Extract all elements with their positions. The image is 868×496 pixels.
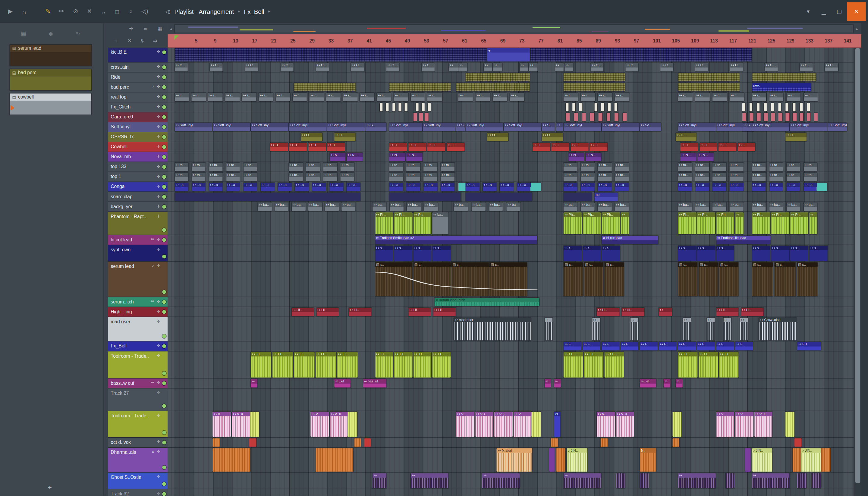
clip[interactable]: ↦ Ph.. [563, 213, 582, 234]
clip[interactable]: ↦ Soft..inyl [389, 123, 422, 131]
clip[interactable]: ↦ ..a [441, 183, 455, 191]
clip[interactable]: ↦ to.. [598, 163, 612, 171]
clip[interactable]: ↦ Ph.. [678, 213, 696, 234]
track-lane[interactable]: ∞ Endless Smile lead #2∞ hi cut lead∞ En… [168, 235, 854, 245]
clip[interactable] [757, 113, 760, 121]
clip[interactable]: ↦ to.. [226, 163, 240, 171]
clip[interactable]: ↦ S.. [542, 123, 555, 131]
clip[interactable] [405, 103, 407, 111]
mute-led[interactable] [162, 238, 166, 242]
clip[interactable]: ↦ to.. [289, 163, 303, 171]
clip[interactable]: ↦ to.. [341, 163, 354, 171]
track-lane[interactable]: ∞ serum lead Pitch [168, 297, 854, 307]
clip[interactable]: N.. [640, 448, 656, 471]
clip[interactable] [425, 113, 428, 121]
clip[interactable]: ♪ JIN.. [752, 448, 773, 471]
clip[interactable] [800, 113, 804, 121]
clip[interactable]: ▤ s.. [375, 262, 412, 296]
clip[interactable]: ↦ V... [735, 412, 754, 437]
clip[interactable]: ↦ to.. [712, 173, 726, 181]
clip[interactable]: ↦ to.. [174, 173, 188, 181]
clip[interactable]: ↦ Ph.. [752, 213, 770, 234]
clip[interactable]: ↦ N... [569, 153, 584, 161]
link-icon[interactable]: ∞ [142, 25, 150, 33]
clip[interactable]: ∞ serum lead Pitch [435, 298, 539, 306]
clip[interactable]: ↦ to.. [615, 163, 629, 171]
clip[interactable] [771, 103, 774, 111]
clip[interactable] [793, 113, 796, 121]
clip[interactable] [595, 103, 598, 111]
clip[interactable]: ↦ C... [386, 63, 399, 72]
pan-icon[interactable]: ✛ [156, 309, 160, 314]
clip[interactable]: ↦ s.. [583, 246, 601, 261]
clip[interactable]: ↦ to.. [695, 173, 709, 181]
clip[interactable]: ↦ [621, 213, 629, 234]
clip[interactable]: ∞ Endless..ile lead [716, 236, 770, 244]
track-lane[interactable]: ↦ to..↦ to..↦ to..↦ to..↦ to..↦ to..↦ to… [168, 162, 854, 172]
clip[interactable]: ↦ TT.. [719, 352, 739, 377]
pan-icon[interactable]: ✛ [156, 263, 160, 268]
track-lane[interactable]: ↦ V...↦ V..X↦ V...↦ V..X↦ V...↦ V..i↦ V.… [168, 411, 854, 438]
clip[interactable] [601, 103, 604, 111]
clip[interactable]: ↦ F.. [563, 342, 581, 351]
pan-icon[interactable]: ✛ [156, 299, 160, 304]
track-header[interactable]: Cowbell✛ [108, 142, 168, 152]
clip[interactable]: ↦ C... [825, 63, 838, 72]
pan-icon[interactable]: ✛ [156, 49, 160, 54]
clip[interactable]: ∞ hi cut lead [602, 236, 658, 244]
clip[interactable]: ↦ to.. [243, 163, 257, 171]
track-header[interactable]: kic..B E✛ [108, 48, 168, 63]
track-badge-icon[interactable]: ∞ [151, 380, 154, 384]
clip[interactable] [354, 438, 361, 447]
pan-icon[interactable]: ✛ [156, 84, 160, 89]
clip[interactable]: ↦ r.. [393, 93, 408, 102]
clip[interactable]: ↦ ..a [389, 183, 403, 191]
clip[interactable] [598, 113, 602, 121]
clip[interactable] [530, 183, 541, 191]
clip[interactable]: ↦ to.. [192, 163, 205, 171]
clip[interactable]: ↦ to.. [209, 163, 223, 171]
clip[interactable]: ↦ to.. [769, 163, 783, 171]
clip[interactable]: ↦ V..X [232, 412, 250, 437]
clip[interactable]: ↦ So.. [640, 123, 661, 131]
clip[interactable]: ↦ Ph.. [375, 213, 393, 234]
clip[interactable] [348, 412, 357, 437]
clip[interactable]: ↦ F.. [735, 342, 753, 351]
clip[interactable]: ↦ C... [210, 63, 223, 72]
track-lane[interactable]: ↦ s..↦ s..↦ s..↦ s..↦ s..↦ s..↦ s..↦ s..… [168, 245, 854, 262]
clip[interactable] [422, 103, 425, 111]
clip[interactable]: ↦ [683, 317, 691, 340]
pattern-card-header[interactable]: ▤serum lead [10, 45, 91, 52]
clip[interactable]: ∞ ..el [640, 379, 656, 388]
clip[interactable]: ↦ r.. [259, 93, 273, 102]
clip[interactable]: ↦ V... [514, 412, 532, 437]
track-badge-icon[interactable]: ♪ [152, 263, 154, 267]
clip[interactable]: ↦ F.. [697, 342, 715, 351]
clip[interactable]: ↦ ba.. [471, 202, 485, 211]
mute-led[interactable] [162, 135, 166, 139]
clip[interactable]: ↦ to.. [306, 163, 320, 171]
mute-led[interactable] [162, 431, 166, 435]
clip[interactable]: ↦ [556, 123, 563, 131]
clip[interactable]: ↦ Ph.. [583, 213, 601, 234]
clip[interactable]: ↦ F.. [678, 342, 696, 351]
pattern-card[interactable]: ▤serum lead [10, 45, 91, 66]
zoom-icon[interactable]: ⌕ [125, 5, 137, 17]
clip[interactable]: ↦ s.. [602, 246, 620, 261]
pan-icon[interactable]: ✛ [156, 204, 160, 209]
clip[interactable] [745, 448, 750, 471]
clip[interactable]: ↦ to.. [406, 173, 420, 181]
clip[interactable]: ↦ ..l [532, 143, 550, 151]
clip[interactable]: ↦ ..a [312, 183, 326, 191]
pan-icon[interactable]: ✛ [156, 380, 160, 385]
clip[interactable]: ↦ to.. [389, 173, 403, 181]
pan-icon[interactable]: ✛ [156, 247, 160, 252]
clip[interactable]: ↦ Ph.. [771, 213, 789, 234]
mute-led[interactable] [162, 404, 166, 408]
clip[interactable]: ↦ to.. [730, 163, 744, 171]
track-badge-icon[interactable]: ∞ [151, 237, 154, 241]
clip[interactable] [606, 113, 610, 121]
pan-icon[interactable]: ✛ [156, 343, 160, 348]
clip[interactable]: ↦ r.. [343, 93, 357, 102]
clip[interactable]: ↦ ba.. [454, 202, 468, 211]
